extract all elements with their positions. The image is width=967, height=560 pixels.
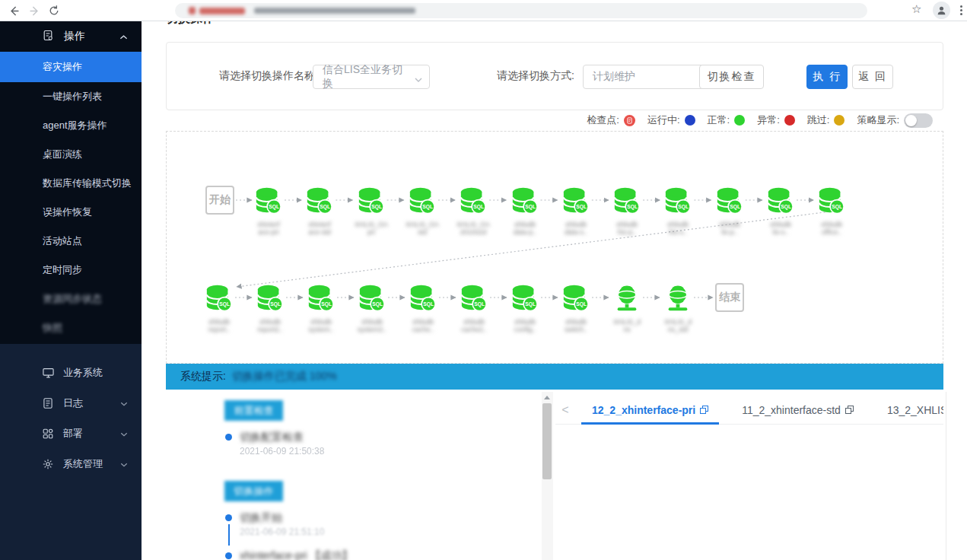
sidebar-subitem[interactable]: 资源同步状态: [0, 285, 142, 313]
forward-button[interactable]: [27, 3, 42, 18]
chevron-left-icon[interactable]: <: [555, 403, 575, 417]
scrollbar-thumb[interactable]: [542, 403, 552, 479]
svg-text:SQL: SQL: [422, 204, 433, 210]
database-icon: SQL: [715, 205, 744, 218]
url-text: [254, 8, 415, 14]
address-bar[interactable]: [175, 3, 867, 18]
node-detail-panel: <12_2_xhinterface-pri11_2_xhinterface-st…: [555, 390, 943, 560]
diagram-node-db[interactable]: SQLxhlisdb office..: [807, 186, 856, 236]
database-icon: SQL: [408, 205, 437, 218]
back-button[interactable]: [6, 3, 21, 18]
legend-checkpoint: 检查点:: [587, 113, 635, 127]
sidebar-subitem[interactable]: 数据库传输模式切换: [0, 169, 142, 198]
diagram-node-db[interactable]: SQLxhlisdb data-p..: [501, 186, 549, 236]
timeline-stage-badge[interactable]: 切换操作: [224, 481, 283, 501]
diagram-node-db[interactable]: SQLxhlisdb cache..: [399, 283, 447, 333]
node-label: xhlisdb switch..: [552, 318, 600, 333]
sidebar-item-log[interactable]: 日志: [0, 388, 142, 418]
execute-button[interactable]: 执 行: [806, 65, 848, 89]
diagram-node-globe[interactable]: XHLIS_d ns_std: [654, 283, 702, 333]
diagram-node-globe[interactable]: XHLIS_d ns: [603, 283, 651, 333]
diagram-node-db[interactable]: SQLxhlisdb his-p..: [603, 186, 651, 236]
return-button[interactable]: 返 回: [852, 65, 893, 89]
database-icon: SQL: [307, 303, 336, 316]
diagram-node-db[interactable]: SQLxhlisdb lis-p..: [705, 186, 754, 236]
diagram-node-db[interactable]: SQLxhlisdb config..: [501, 283, 549, 333]
timeline-stage-badge[interactable]: 前置检查: [224, 400, 283, 421]
timeline-item-time: 2021-06-09 21:50:38: [240, 446, 324, 457]
sidebar-item-monitor[interactable]: 业务系统: [0, 358, 142, 388]
sidebar-subitem[interactable]: 误操作恢复: [0, 198, 142, 227]
database-icon: SQL: [205, 303, 234, 316]
status-dot: [734, 115, 745, 126]
diagram-node-db[interactable]: SQLxhlisdb report2..: [246, 283, 294, 333]
timeline-scrollbar[interactable]: [542, 392, 553, 560]
svg-text:SQL: SQL: [269, 204, 279, 210]
operation-name-select[interactable]: 信合LIS全业务切换: [313, 65, 430, 89]
browser-toolbar: ☆: [0, 0, 967, 21]
tab-13_2_XHLIS_OA[interactable]: 13_2_XHLIS_OA: [887, 396, 943, 425]
diagram-node-db[interactable]: SQLxhinterf ace-std: [295, 186, 344, 236]
diagram-node-db[interactable]: SQLxhlisdb switch..: [552, 283, 600, 333]
sidebar-item-label: 部署: [63, 427, 83, 441]
svg-text:SQL: SQL: [320, 204, 330, 210]
diagram-node-db[interactable]: SQLXHLIS_OA std: [398, 186, 447, 236]
bookmark-star-icon[interactable]: ☆: [911, 2, 921, 16]
browser-menu-icon[interactable]: [956, 1, 965, 19]
diagram-node-db[interactable]: SQLxhlisdb system..: [297, 283, 345, 333]
sidebar-subitem[interactable]: 快照: [0, 313, 142, 342]
diagram-node-db[interactable]: SQLxhlisdb cache2..: [450, 283, 498, 333]
database-icon: SQL: [254, 205, 283, 218]
node-label: XHLIS_d ns_std: [654, 318, 702, 333]
tab-label: 12_2_xhinterface-pri: [592, 404, 695, 416]
refresh-button[interactable]: [46, 3, 62, 18]
legend-policy: 策略显示:: [857, 113, 933, 128]
legend-label: 异常:: [757, 113, 780, 127]
diagram-node-db[interactable]: SQLxhlisdb report..: [195, 283, 243, 333]
tab-12_2_xhinterface-pri[interactable]: 12_2_xhinterface-pri: [592, 396, 708, 425]
database-icon: SQL: [460, 303, 488, 316]
diagram-node-db[interactable]: SQLxhinterf ace-pri: [244, 186, 293, 236]
svg-text:SQL: SQL: [730, 204, 740, 210]
node-label: XHLIS_d ns: [603, 318, 651, 333]
database-icon: SQL: [817, 205, 846, 218]
right-panel-scroll-track[interactable]: [946, 392, 946, 560]
tab-11_2_xhinterface-std[interactable]: 11_2_xhinterface-std: [742, 396, 854, 425]
node-label: XHLIS_OA pri: [347, 221, 396, 236]
database-icon: SQL: [511, 205, 539, 218]
scroll-up-arrow-icon[interactable]: [544, 396, 550, 399]
status-prefix: 系统提示:: [180, 370, 226, 383]
chevron-up-icon: [119, 30, 128, 43]
sidebar-subitem[interactable]: 定时同步: [0, 256, 142, 285]
node-label: xhlisdb lis-p..: [705, 221, 754, 236]
sidebar-subitem[interactable]: agent服务操作: [0, 111, 142, 140]
legend-label: 运行中:: [647, 113, 680, 127]
sidebar-item-grid[interactable]: 部署: [0, 418, 142, 449]
switch-check-button[interactable]: 切换检查: [699, 65, 764, 89]
chevron-down-icon: [120, 428, 128, 440]
sidebar-item-gear[interactable]: 系统管理: [0, 449, 142, 479]
diagram-node-db[interactable]: SQLXHLIS_OA 2010s2d: [449, 186, 498, 236]
switch-mode-label: 请选择切换方式:: [497, 69, 574, 84]
node-label: xhlisdb config..: [501, 318, 549, 333]
sidebar-item-label: 业务系统: [63, 366, 103, 380]
diagram-node-db[interactable]: SQLXHLIS_OA pri: [347, 186, 396, 236]
sidebar-subitem[interactable]: 容灾操作: [0, 52, 142, 82]
svg-text:SQL: SQL: [832, 204, 842, 210]
sidebar-subitem[interactable]: 活动站点: [0, 227, 142, 256]
database-icon: SQL: [459, 205, 488, 218]
diagram-node-db[interactable]: SQLxhlisdb his-s..: [654, 186, 702, 236]
sidebar-subitem[interactable]: 桌面演练: [0, 140, 142, 169]
operation-name-value: 信合LIS全业务切换: [323, 63, 409, 91]
diagram-node-db[interactable]: SQLxhlisdb lis-s..: [756, 186, 805, 236]
legend-label: 检查点:: [587, 113, 619, 127]
node-label: xhlisdb report..: [195, 318, 243, 333]
node-label: xhlisdb data-p..: [501, 221, 549, 236]
diagram-node-db[interactable]: SQLxhlisdb data-s..: [552, 186, 600, 236]
avatar[interactable]: [933, 2, 950, 19]
sidebar-item-operations[interactable]: 操作: [0, 21, 142, 52]
policy-toggle[interactable]: [904, 113, 933, 128]
diagram-node-db[interactable]: SQLxhlisdb system2..: [348, 283, 396, 333]
copy-icon: [845, 406, 854, 414]
sidebar-subitem[interactable]: 一键操作列表: [0, 82, 142, 111]
